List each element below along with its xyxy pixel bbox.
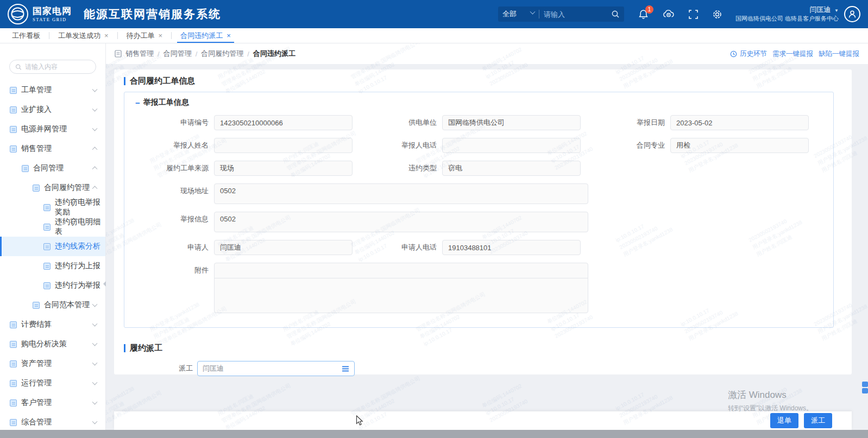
- chevron-down-icon: [92, 87, 98, 92]
- doc-icon: [33, 302, 40, 309]
- attachment-upload-area[interactable]: [214, 263, 588, 313]
- sidebar: 工单管理 业扩接入 电源并网管理 销售管理 合同管理 合同履约管理 违约窃电举报…: [0, 43, 106, 430]
- chevron-down-icon: [92, 302, 98, 307]
- avatar[interactable]: [844, 6, 860, 22]
- title-bar-icon: [124, 77, 125, 85]
- close-icon[interactable]: ×: [227, 31, 231, 40]
- notification-bell-icon[interactable]: 1: [638, 9, 649, 20]
- demand-submit-link[interactable]: 需求一键提报: [772, 49, 813, 59]
- sidebar-item-theft-report-reward[interactable]: 违约窃电举报奖励: [0, 198, 105, 217]
- field-label: 申请人: [124, 243, 214, 252]
- sidebar-item-contract-perform-mgmt[interactable]: 合同履约管理: [0, 178, 105, 198]
- tab-contract-dispatch[interactable]: 合同违约派工×: [172, 28, 240, 43]
- fullscreen-icon[interactable]: [689, 10, 698, 19]
- sidebar-item-violation-upload[interactable]: 违约行为上报: [0, 256, 105, 276]
- global-search[interactable]: 全部: [498, 7, 624, 22]
- doc-icon: [10, 360, 17, 367]
- supply-org-field[interactable]: 国网临猗供电公司: [442, 115, 581, 130]
- dispatch-button[interactable]: 派工: [804, 413, 832, 428]
- sidebar-search-input[interactable]: [25, 63, 90, 71]
- site-address-field[interactable]: 0502: [214, 183, 588, 204]
- doc-icon: [10, 106, 17, 113]
- field-label: 合同专业: [581, 141, 670, 150]
- sidebar-item-sales-mgmt[interactable]: 销售管理: [0, 139, 105, 158]
- doc-icon: [115, 50, 122, 58]
- title-bar-icon: [124, 344, 125, 352]
- sidebar-item-contract-template[interactable]: 合同范本管理: [0, 295, 105, 315]
- tab-order-sent[interactable]: 工单发送成功×: [49, 28, 117, 43]
- field-label: 现场地址: [124, 183, 214, 196]
- chevron-up-icon: [92, 186, 98, 191]
- applicant-field[interactable]: 闫匡迪: [214, 240, 353, 255]
- sidebar-item-contract-mgmt[interactable]: 合同管理: [0, 158, 105, 178]
- doc-icon: [43, 263, 51, 270]
- sidebar-item-violation-report[interactable]: 违约行为举报: [0, 276, 105, 295]
- doc-icon: [10, 87, 17, 94]
- close-icon[interactable]: ×: [159, 31, 163, 40]
- contract-major-field[interactable]: 用检: [670, 138, 809, 153]
- defect-submit-link[interactable]: 缺陷一键提报: [819, 49, 859, 59]
- sidebar-item-business-expand[interactable]: 业扩接入: [0, 100, 105, 119]
- sidebar-item-purchase-analysis[interactable]: 购电分析决策: [0, 334, 105, 354]
- floating-helper-widget[interactable]: [862, 382, 868, 393]
- settings-gear-icon[interactable]: [712, 9, 722, 20]
- search-scope-value: 全部: [502, 9, 517, 19]
- divider: [539, 10, 539, 18]
- doc-icon: [10, 380, 17, 387]
- sidebar-item-billing[interactable]: 计费结算: [0, 315, 105, 334]
- sidebar-item-grid-connect[interactable]: 电源并网管理: [0, 119, 105, 139]
- sidebar-item-operation-mgmt[interactable]: 运行管理: [0, 373, 105, 393]
- doc-icon: [10, 399, 17, 407]
- cloud-desktop-icon[interactable]: [663, 9, 675, 19]
- dispatch-section: 履约派工 派工 闫匡迪: [124, 343, 842, 376]
- sidebar-item-general-mgmt[interactable]: 综合管理: [0, 412, 105, 432]
- tab-todo-orders[interactable]: 待办工单×: [118, 28, 172, 43]
- chevron-down-icon: [92, 126, 98, 131]
- field-label: 供电单位: [353, 118, 442, 128]
- sidebar-item-customer-mgmt[interactable]: 客户管理: [0, 393, 105, 412]
- search-scope-select[interactable]: 全部: [502, 9, 534, 19]
- report-info-field[interactable]: 0502: [214, 212, 588, 232]
- panel-header: − 举报工单信息: [124, 98, 833, 107]
- user-info[interactable]: 闫匡迪 ▼ 国网临猗供电公司 临猗县客户服务中心: [735, 5, 839, 23]
- user-org: 国网临猗供电公司 临猗县客户服务中心: [735, 15, 839, 23]
- sidebar-collapse-handle[interactable]: [103, 281, 106, 287]
- sidebar-item-asset-mgmt[interactable]: 资产管理: [0, 354, 105, 373]
- search-icon[interactable]: [611, 10, 620, 18]
- breadcrumb-perform[interactable]: 合同履约管理: [201, 49, 243, 59]
- doc-icon: [10, 145, 17, 153]
- tab-workboard[interactable]: 工作看板: [3, 28, 49, 43]
- apply-no-field[interactable]: 1423050210000066: [214, 115, 353, 130]
- list-icon[interactable]: [342, 366, 349, 372]
- doc-icon: [10, 321, 17, 328]
- breadcrumb-contract[interactable]: 合同管理: [163, 49, 192, 59]
- sidebar-item-order-mgmt[interactable]: 工单管理: [0, 80, 105, 100]
- report-date-field[interactable]: 2023-05-02: [670, 115, 809, 130]
- doc-icon: [43, 282, 51, 289]
- dispatch-person-picker[interactable]: 闫匡迪: [197, 361, 355, 376]
- sidebar-item-clue-analysis[interactable]: 违约线索分析: [0, 237, 105, 256]
- reporter-name-field[interactable]: [214, 138, 353, 153]
- logo-en-text: STATE GRID: [33, 17, 72, 22]
- history-link[interactable]: 历史环节: [740, 49, 767, 59]
- global-search-input[interactable]: [544, 10, 603, 18]
- collapse-minus-icon[interactable]: −: [135, 98, 140, 107]
- breadcrumb-sales[interactable]: 销售管理: [125, 49, 154, 59]
- logo-cn-text: 国家电网: [33, 7, 72, 16]
- field-label: 申请编号: [124, 118, 214, 128]
- attachment-toolbar: [215, 263, 588, 278]
- return-order-button[interactable]: 退单: [770, 413, 798, 428]
- applicant-phone-field[interactable]: 19103488101: [442, 240, 581, 255]
- sidebar-item-theft-detail-table[interactable]: 违约窃电明细表: [0, 217, 105, 237]
- report-form: 申请编号1423050210000066 供电单位国网临猗供电公司 举报日期20…: [124, 115, 833, 313]
- field-label: 举报人电话: [353, 141, 442, 150]
- section-title-order-info: 合同履约工单信息: [124, 76, 842, 86]
- violation-type-field[interactable]: 窃电: [442, 161, 581, 176]
- close-icon[interactable]: ×: [104, 31, 109, 40]
- field-label: 举报人姓名: [124, 141, 214, 150]
- sidebar-search[interactable]: [9, 60, 96, 74]
- order-source-field[interactable]: 现场: [214, 161, 353, 176]
- reporter-phone-field[interactable]: [442, 138, 581, 153]
- brand: 国家电网 STATE GRID: [8, 4, 72, 24]
- field-label: 举报信息: [124, 212, 214, 224]
